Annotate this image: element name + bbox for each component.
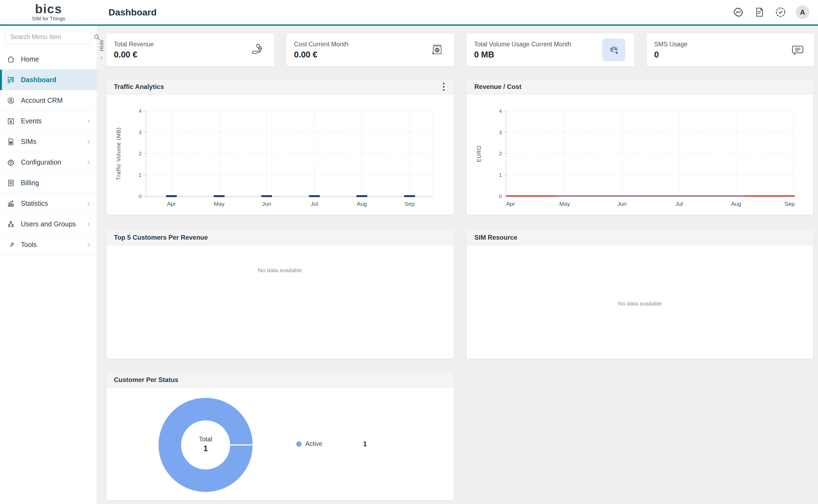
svg-text:1: 1 — [203, 444, 208, 453]
sidebar-item-dashboard[interactable]: Dashboard — [0, 70, 97, 90]
chevron-left-icon: ‹ — [101, 54, 103, 61]
sidebar-item-tools[interactable]: Tools — [0, 235, 97, 255]
svg-text:2: 2 — [139, 151, 142, 156]
chevron-right-icon — [85, 139, 92, 145]
svg-text:1: 1 — [499, 172, 502, 178]
kpi-value: 0 MB — [474, 50, 571, 60]
top-header: bics SIM for Things Dashboard API A — [0, 0, 818, 24]
chevron-right-icon — [85, 242, 92, 248]
empty-state-text: No data available — [467, 300, 813, 307]
sidebar-item-billing[interactable]: Billing — [0, 173, 97, 193]
sidebar-item-label: Statistics — [21, 200, 48, 207]
sidebar-item-label: Configuration — [21, 158, 61, 166]
sidebar-item-label: Events — [21, 117, 41, 125]
hand-coins-icon — [249, 42, 265, 58]
dashboard-icon — [6, 75, 15, 85]
svg-text:Aug: Aug — [357, 201, 367, 207]
chevron-right-icon — [85, 221, 92, 227]
search-icon[interactable] — [93, 34, 100, 41]
legend-value: 1 — [363, 440, 367, 448]
kebab-menu-icon[interactable] — [441, 81, 446, 92]
svg-text:$: $ — [437, 49, 438, 51]
brand-tagline: SIM for Things — [0, 16, 97, 22]
gear-icon — [6, 158, 15, 167]
svg-text:Apr: Apr — [167, 201, 176, 207]
svg-text:0: 0 — [139, 194, 142, 199]
card-title: SIM Resource — [475, 234, 518, 241]
kpi-value: 0 — [654, 50, 688, 60]
sim-card-icon — [6, 137, 15, 146]
svg-text:API: API — [736, 11, 741, 14]
status-check-icon[interactable] — [775, 6, 787, 18]
chevron-right-icon — [85, 200, 92, 207]
svg-text:0: 0 — [499, 194, 502, 199]
sidebar-menu: Home Dashboard Account CRM Events — [0, 49, 97, 255]
donut-chart[interactable]: Total 1 — [106, 388, 454, 500]
traffic-analytics-card: Traffic Analytics — [106, 79, 454, 215]
api-settings-icon[interactable]: API — [732, 6, 744, 18]
svg-text:Sep: Sep — [404, 201, 415, 207]
sidebar-item-label: SIMs — [21, 138, 36, 146]
svg-text:4: 4 — [499, 108, 502, 114]
sim-resource-card: SIM Resource No data available — [467, 230, 813, 359]
billing-document-icon — [6, 178, 15, 188]
svg-text:Jul: Jul — [676, 201, 683, 207]
card-title: Top 5 Customers Per Revenue — [114, 234, 208, 241]
statistics-icon — [6, 199, 15, 208]
sidebar-item-sims[interactable]: SIMs — [0, 131, 97, 152]
kpi-label: Total Revenue — [114, 41, 154, 48]
app-root: bics SIM for Things Dashboard API A — [0, 0, 818, 504]
sidebar-item-home[interactable]: Home — [0, 49, 97, 70]
sidebar-item-events[interactable]: Events — [0, 111, 97, 131]
events-icon — [6, 117, 15, 126]
user-avatar[interactable]: A — [796, 5, 809, 19]
message-icon — [790, 42, 805, 57]
header-accent-line — [0, 24, 818, 26]
customer-status-chart: Total 1 Active 1 — [106, 388, 454, 500]
donut-legend: Active 1 — [296, 388, 367, 500]
home-icon — [6, 55, 15, 64]
sidebar-item-label: Billing — [21, 179, 39, 187]
card-title: Customer Per Status — [114, 376, 178, 384]
svg-text:1: 1 — [139, 172, 142, 178]
kpi-total-revenue: Total Revenue 0.00 € — [106, 33, 274, 66]
wrench-icon — [6, 240, 15, 249]
kpi-cost-current-month: Cost Current Month 0.00 € $ — [286, 33, 454, 66]
card-header: SIM Resource — [467, 230, 813, 245]
svg-text:Jul: Jul — [311, 201, 318, 207]
brand-logo-text: bics — [0, 3, 97, 15]
sidebar-search — [5, 30, 92, 44]
kpi-label: Cost Current Month — [294, 41, 348, 48]
search-input[interactable] — [5, 33, 93, 41]
users-groups-icon — [6, 220, 15, 229]
sidebar: Home Dashboard Account CRM Events — [0, 26, 97, 504]
svg-text:3: 3 — [139, 130, 142, 135]
legend-dot-active — [296, 441, 301, 447]
sidebar-item-configuration[interactable]: Configuration — [0, 152, 97, 173]
svg-text:May: May — [559, 201, 570, 207]
kpi-sms-usage: SMS Usage 0 — [647, 33, 814, 66]
customer-per-status-card: Customer Per Status Total 1 Active 1 — [106, 372, 454, 500]
brand-logo: bics SIM for Things — [0, 3, 97, 22]
chevron-right-icon — [85, 159, 92, 166]
svg-text:Traffic Volume (MB): Traffic Volume (MB) — [115, 127, 121, 180]
kpi-value: 0.00 € — [114, 50, 154, 60]
card-header: Revenue / Cost — [467, 79, 813, 95]
card-header: Customer Per Status — [106, 372, 454, 388]
calendar-money-icon: $ — [429, 42, 445, 58]
sidebar-item-account-crm[interactable]: Account CRM — [0, 90, 97, 111]
data-sync-icon — [602, 38, 625, 61]
empty-state-text: No data available — [106, 267, 454, 274]
header-actions: API A — [732, 5, 818, 19]
page-title: Dashboard — [108, 7, 157, 18]
chevron-right-icon — [85, 118, 92, 124]
card-title: Revenue / Cost — [475, 83, 521, 91]
sidebar-item-statistics[interactable]: Statistics — [0, 193, 97, 214]
sidebar-item-label: Home — [21, 55, 39, 63]
sidebar-item-users-and-groups[interactable]: Users and Groups — [0, 214, 97, 235]
report-document-icon[interactable] — [753, 6, 765, 18]
legend-label: Active — [305, 440, 322, 448]
svg-text:3: 3 — [499, 130, 502, 135]
svg-text:4: 4 — [139, 108, 142, 114]
svg-text:Total: Total — [199, 436, 212, 443]
